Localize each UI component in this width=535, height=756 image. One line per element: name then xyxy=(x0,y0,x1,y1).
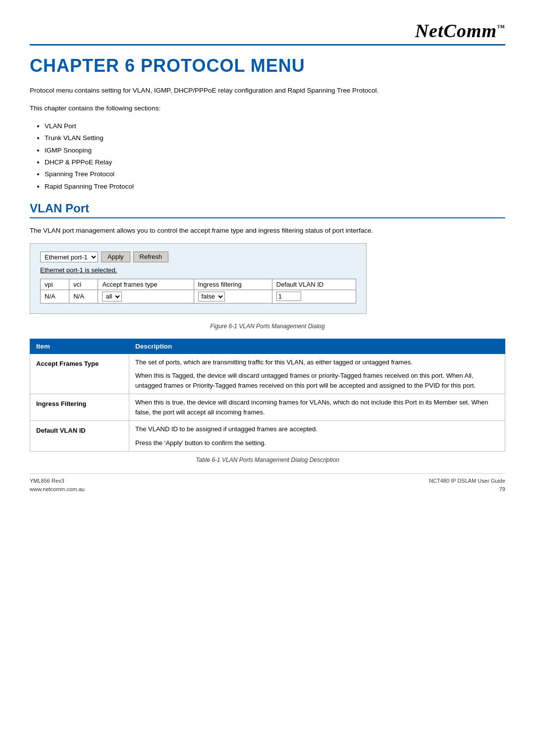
table-row: Default VLAN ID The VLAND ID to be assig… xyxy=(30,421,505,452)
desc-accept-frames: The set of ports, which are transmitting… xyxy=(129,353,505,394)
desc-vlan-id-para1: The VLAND ID to be assigned if untagged … xyxy=(135,424,499,434)
list-item: Trunk VLAN Setting xyxy=(45,132,505,144)
desc-table-item-header: Item xyxy=(30,339,129,353)
refresh-button[interactable]: Refresh xyxy=(133,252,169,262)
logo-name: NetComm xyxy=(415,20,497,41)
table-row: N/A N/A all false xyxy=(41,290,356,303)
dialog-table: vpi vci Accept frames type Ingress filte… xyxy=(40,279,356,303)
cell-vci: N/A xyxy=(69,290,98,303)
list-item: Spanning Tree Protocol xyxy=(45,168,505,180)
item-accept-frames: Accept Frames Type xyxy=(30,353,129,394)
sections-list: VLAN Port Trunk VLAN Setting IGMP Snoopi… xyxy=(45,120,505,193)
page: NetComm™ CHAPTER 6 PROTOCOL MENU Protoco… xyxy=(0,0,535,503)
item-default-vlan-id: Default VLAN ID xyxy=(30,421,129,452)
table-caption: Table 6-1 VLAN Ports Management Dialog D… xyxy=(30,456,505,463)
col-accept-frames: Accept frames type xyxy=(98,279,194,290)
footer-product: NCT480 IP DSLAM User Guide xyxy=(429,477,505,485)
footer: YML856 Rev3 www.netcomm.com.au NCT480 IP… xyxy=(30,473,505,493)
desc-ingress-para1: When this is true, the device will disca… xyxy=(135,398,499,417)
dialog-controls: Ethernet port-1 Apply Refresh xyxy=(40,252,356,262)
selected-text: Ethernet port-1 is selected. xyxy=(40,266,356,274)
apply-button[interactable]: Apply xyxy=(101,252,130,262)
footer-url: www.netcomm.com.au xyxy=(30,485,85,494)
intro-para2: This chapter contains the following sect… xyxy=(30,103,505,114)
col-vpi: vpi xyxy=(41,279,69,290)
chapter-title: CHAPTER 6 PROTOCOL MENU xyxy=(30,55,505,76)
vlan-section-heading: VLAN Port xyxy=(30,202,505,218)
vlan-id-input[interactable] xyxy=(276,292,301,301)
desc-table-description-header: Description xyxy=(129,339,505,353)
list-item: VLAN Port xyxy=(45,120,505,132)
desc-accept-frames-para1: The set of ports, which are transmitting… xyxy=(135,357,499,367)
ingress-select[interactable]: false xyxy=(198,292,225,302)
footer-left: YML856 Rev3 www.netcomm.com.au xyxy=(30,477,85,493)
table-row: Accept Frames Type The set of ports, whi… xyxy=(30,353,505,394)
logo-bar: NetComm™ xyxy=(30,15,505,46)
cell-vpi: N/A xyxy=(41,290,69,303)
port-select[interactable]: Ethernet port-1 xyxy=(40,252,98,262)
vlan-dialog-box: Ethernet port-1 Apply Refresh Ethernet p… xyxy=(30,243,367,314)
logo-tm: ™ xyxy=(497,23,505,32)
footer-revision: YML856 Rev3 xyxy=(30,477,85,485)
logo: NetComm™ xyxy=(415,20,505,42)
desc-accept-frames-para2: When this is Tagged, the device will dis… xyxy=(135,371,499,390)
figure-caption: Figure 6-1 VLAN Ports Management Dialog xyxy=(30,323,505,330)
list-item: Rapid Spanning Tree Protocol xyxy=(45,181,505,193)
footer-right: NCT480 IP DSLAM User Guide 79 xyxy=(429,477,505,493)
list-item: IGMP Snooping xyxy=(45,145,505,156)
cell-ingress: false xyxy=(194,290,272,303)
accept-frames-select[interactable]: all xyxy=(102,292,122,302)
desc-default-vlan-id: The VLAND ID to be assigned if untagged … xyxy=(129,421,505,452)
description-table: Item Description Accept Frames Type The … xyxy=(30,339,505,452)
table-row: Ingress Filtering When this is true, the… xyxy=(30,394,505,421)
vlan-section-description: The VLAN port management allows you to c… xyxy=(30,225,505,236)
cell-accept-frames: all xyxy=(98,290,194,303)
col-vci: vci xyxy=(69,279,98,290)
footer-page-number: 79 xyxy=(429,485,505,494)
col-default-vlan: Default VLAN ID xyxy=(272,279,356,290)
cell-vlan-id xyxy=(272,290,356,303)
item-ingress-filtering: Ingress Filtering xyxy=(30,394,129,421)
desc-vlan-id-para2: Press the ‘Apply’ button to confirm the … xyxy=(135,438,499,448)
desc-ingress-filtering: When this is true, the device will disca… xyxy=(129,394,505,421)
intro-para1: Protocol menu contains setting for VLAN,… xyxy=(30,85,505,96)
col-ingress-filtering: Ingress filtering xyxy=(194,279,272,290)
list-item: DHCP & PPPoE Relay xyxy=(45,156,505,168)
